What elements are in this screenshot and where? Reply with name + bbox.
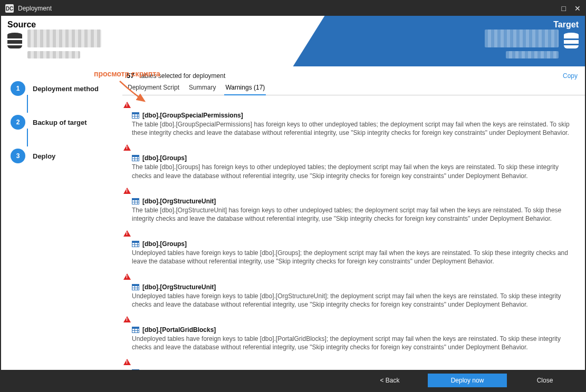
source-db-name-obscured [27,30,101,47]
wizard-steps: 1 Deployment method 2 Backup of target 3… [1,66,122,370]
table-icon [132,155,139,161]
warning-message: The table [dbo].[GroupSpecialPermissions… [132,120,575,137]
window-controls: □ ✕ [562,4,581,13]
warning-item[interactable]: [dbo].[Groups]Undeployed tables have for… [122,227,580,270]
warning-message: Undeployed tables have foreign keys to t… [132,249,575,266]
copy-link[interactable]: Copy [563,72,578,80]
warning-triangle-icon [123,316,131,322]
target-db-name-obscured [485,30,559,47]
table-icon [132,241,139,247]
warning-item[interactable]: [dbo].[OrgStructureUnit]The table [dbo].… [122,184,580,227]
source-panel: Source [1,16,334,66]
tab-warnings[interactable]: Warnings (17) [224,82,266,95]
selected-desc: tables selected for deployment [139,72,225,80]
warning-object-name: [dbo].[PortalGridBlocks] [142,326,216,334]
warning-message: The table [dbo].[Groups] has foreign key… [132,163,575,180]
warning-object-name: [dbo].[OrgStructureUnit] [142,283,216,291]
warning-message: Undeployed tables have foreign keys to t… [132,335,575,351]
database-icon [564,33,579,51]
body: 1 Deployment method 2 Backup of target 3… [1,66,585,370]
step-deploy[interactable]: 3 Deploy [11,143,116,169]
database-icon [7,33,22,51]
table-icon [132,327,139,333]
table-icon [132,198,139,204]
step-number: 2 [11,115,25,130]
step-label: Backup of target [33,119,87,126]
warnings-list[interactable]: [dbo].[GroupSpecialPermissions]The table… [122,95,585,370]
warning-item[interactable]: [dbo].[GroupSpecialPermissions]The table… [122,99,580,141]
step-number: 1 [11,81,25,96]
target-server-name-obscured [506,51,559,58]
step-label: Deployment method [33,85,99,93]
step-backup-of-target[interactable]: 2 Backup of target [11,110,116,135]
warning-triangle-icon [123,359,131,365]
tab-summary[interactable]: Summary [188,82,217,95]
selected-count: 57 [127,72,134,80]
table-icon [132,369,139,370]
warning-message: The table [dbo].[OrgStructureUnit] has f… [132,206,575,223]
source-label: Source [7,20,328,30]
warning-item[interactable]: [dbo].[OrgStructureUnit]Undeployed table… [122,270,580,313]
deploy-now-button[interactable]: Deploy now [428,374,507,387]
warning-object-name: [dbo].[OrgStructureUnit] [142,198,216,205]
back-button[interactable]: < Back [358,374,421,387]
titlebar: DC Deployment □ ✕ [1,1,585,16]
target-label: Target [553,20,579,30]
main-panel: 57 tables selected for deployment Copy D… [122,66,585,370]
step-number: 3 [11,149,25,163]
warning-item[interactable]: [dbo].[Groups]The table [dbo].[Groups] h… [122,141,580,184]
summary-line: 57 tables selected for deployment Copy [122,66,585,82]
warning-triangle-icon [123,273,131,280]
warning-object-name: [dbo].[Groups] [142,240,187,248]
app-icon: DC [5,4,14,13]
footer-bar: < Back Deploy now Close [1,370,585,391]
tab-deployment-script[interactable]: Deployment Script [127,82,180,95]
step-deployment-method[interactable]: 1 Deployment method [11,76,116,101]
warning-triangle-icon [123,230,131,237]
table-icon [132,284,139,290]
close-button[interactable]: Close [513,374,577,387]
window-title: Deployment [18,5,562,12]
maximize-icon[interactable]: □ [562,4,566,13]
source-target-header: Source Target [1,16,585,66]
warning-item[interactable]: [dbo].[PortalGridBlocks]Undeployed table… [122,313,580,356]
warning-triangle-icon [123,144,131,151]
warning-message: Undeployed tables have foreign keys to t… [132,292,575,309]
table-icon [132,112,139,119]
warning-triangle-icon [123,102,131,108]
warning-item[interactable]: [dbo].[PortalGridTemplates]Undeployed ta… [122,356,580,370]
step-label: Deploy [33,152,55,160]
target-panel: Target [293,16,585,66]
warning-triangle-icon [123,188,131,194]
warning-object-name: [dbo].[Groups] [142,154,187,162]
warning-object-name: [dbo].[GroupSpecialPermissions] [142,112,243,119]
deployment-window: DC Deployment □ ✕ Source Target [0,0,586,392]
source-server-name-obscured [27,51,80,58]
close-icon[interactable]: ✕ [574,4,581,13]
tab-bar: Deployment Script Summary Warnings (17) [122,82,585,95]
